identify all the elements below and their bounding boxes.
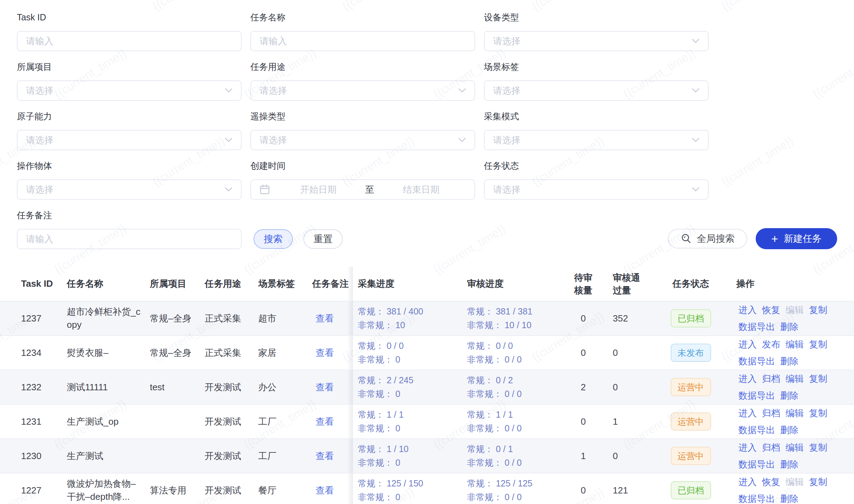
action-link[interactable]: 编辑	[786, 407, 804, 419]
view-remark-link[interactable]: 查看	[316, 484, 334, 497]
table-row: 1231 生产测试_op 开发测试 工厂 查看 常规： 1 / 1非常规： 0 …	[0, 404, 854, 438]
reset-button[interactable]: 重置	[303, 229, 343, 249]
action-link[interactable]: 删除	[780, 321, 799, 333]
create-time-range-picker[interactable]: 开始日期 至 结束日期	[250, 179, 475, 200]
action-link[interactable]: 复制	[809, 407, 827, 419]
task-id-input[interactable]	[17, 31, 242, 51]
cell-review-progress: 常规： 0 / 1非常规： 0 / 0	[462, 439, 564, 473]
action-link[interactable]: 数据导出	[738, 355, 775, 367]
calendar-icon	[260, 184, 270, 195]
action-link[interactable]: 进入	[738, 373, 757, 385]
cell-task-name: 生产测试	[67, 439, 150, 473]
project-select[interactable]: 请选择	[17, 80, 242, 101]
cell-task-id: 1230	[0, 439, 67, 473]
action-link[interactable]: 发布	[762, 338, 780, 350]
action-link[interactable]: 删除	[780, 355, 799, 367]
chevron-down-icon	[692, 187, 699, 192]
filter-actions-row: 任务备注 搜索 重置 全局搜索 + 新建任务	[0, 210, 854, 249]
task-status-select[interactable]: 请选择	[484, 179, 709, 200]
view-remark-link[interactable]: 查看	[316, 416, 334, 428]
atomic-ability-select[interactable]: 请选择	[17, 130, 242, 150]
cell-purpose: 开发测试	[205, 439, 258, 473]
action-link[interactable]: 归档	[762, 442, 780, 453]
table-row: 1232 测试11111 test 开发测试 办公 查看 常规： 2 / 245…	[0, 370, 854, 404]
action-link[interactable]: 编辑	[786, 442, 804, 453]
device-type-select[interactable]: 请选择	[484, 31, 709, 51]
action-link[interactable]: 恢复	[762, 304, 780, 316]
action-link[interactable]: 删除	[780, 424, 799, 436]
column-header-review-progress: 审核进度	[462, 267, 564, 301]
filter-field-purpose: 任务用途 请选择	[250, 61, 475, 101]
cell-collect-progress: 常规： 2 / 245非常规： 0	[353, 370, 462, 404]
action-link[interactable]: 编辑	[786, 338, 804, 350]
action-link[interactable]: 恢复	[762, 476, 780, 488]
target-object-select[interactable]: 请选择	[17, 179, 242, 200]
purpose-select[interactable]: 请选择	[250, 80, 475, 101]
cell-task-id: 1237	[0, 301, 67, 335]
cell-task-name: 超市冷鲜柜补货_copy	[67, 301, 150, 335]
end-date-input[interactable]: 结束日期	[376, 184, 466, 196]
cell-collect-progress: 常规： 1 / 10非常规： 0	[353, 439, 462, 473]
global-search-button[interactable]: 全局搜索	[668, 229, 747, 248]
action-link[interactable]: 删除	[780, 458, 799, 470]
action-link[interactable]: 复制	[809, 338, 827, 350]
column-header-actions: 操作	[731, 267, 854, 301]
task-remark-input-field[interactable]	[26, 234, 232, 245]
filter-field-task-name: 任务名称	[250, 12, 475, 51]
field-label: 任务用途	[250, 61, 475, 72]
status-badge: 已归档	[671, 481, 711, 499]
action-link[interactable]: 编辑	[786, 373, 804, 385]
scene-tag-select[interactable]: 请选择	[484, 80, 709, 101]
cell-review-progress: 常规： 1 / 1非常规： 0 / 0	[462, 405, 564, 438]
cell-project: 常规–全身	[150, 336, 205, 370]
action-link[interactable]: 删除	[780, 493, 799, 504]
field-label: 任务备注	[17, 210, 242, 220]
action-link[interactable]: 数据导出	[738, 321, 775, 333]
action-link[interactable]: 复制	[809, 476, 827, 488]
task-name-input[interactable]	[250, 31, 475, 51]
action-link[interactable]: 进入	[738, 442, 757, 453]
action-link[interactable]: 复制	[809, 304, 827, 316]
action-link[interactable]: 数据导出	[738, 424, 775, 436]
search-button[interactable]: 搜索	[254, 229, 293, 249]
view-remark-link[interactable]: 查看	[316, 450, 334, 462]
action-link[interactable]: 删除	[780, 390, 799, 402]
cell-purpose: 开发测试	[205, 473, 258, 504]
cell-pending-count: 0	[564, 301, 602, 335]
action-link[interactable]: 归档	[762, 407, 780, 419]
action-link[interactable]: 进入	[738, 304, 757, 316]
view-remark-link[interactable]: 查看	[316, 312, 334, 325]
cell-task-id: 1227	[0, 473, 67, 504]
cell-collect-progress: 常规： 125 / 150非常规： 0	[353, 473, 462, 504]
cell-approved-count: 352	[602, 301, 651, 335]
task-remark-input[interactable]	[17, 229, 242, 249]
new-task-button[interactable]: + 新建任务	[756, 228, 837, 249]
action-link[interactable]: 数据导出	[738, 493, 775, 504]
task-name-input-field[interactable]	[260, 36, 466, 47]
collect-mode-select[interactable]: 请选择	[484, 130, 709, 150]
action-link[interactable]: 进入	[738, 407, 757, 419]
action-link[interactable]: 数据导出	[738, 458, 775, 470]
start-date-input[interactable]: 开始日期	[274, 184, 363, 196]
cell-collect-progress: 常规： 0 / 0非常规： 0	[353, 336, 462, 370]
field-label: 创建时间	[250, 160, 475, 171]
action-link[interactable]: 归档	[762, 373, 780, 385]
action-link[interactable]: 进入	[738, 476, 757, 488]
cell-pending-count: 1	[564, 439, 602, 473]
action-link[interactable]: 进入	[738, 338, 757, 350]
teleop-type-select[interactable]: 请选择	[250, 130, 475, 150]
action-link[interactable]: 数据导出	[738, 390, 775, 402]
field-label: 任务状态	[484, 160, 709, 171]
action-link[interactable]: 复制	[809, 373, 827, 385]
field-label: 设备类型	[484, 12, 709, 22]
cell-actions: 进入发布编辑复制数据导出删除	[731, 336, 854, 370]
action-link: 编辑	[786, 304, 804, 316]
chevron-down-icon	[692, 138, 699, 142]
view-remark-link[interactable]: 查看	[316, 347, 334, 359]
task-id-input-field[interactable]	[26, 36, 232, 47]
action-link[interactable]: 复制	[809, 442, 827, 453]
view-remark-link[interactable]: 查看	[316, 381, 334, 393]
cell-purpose: 开发测试	[205, 405, 258, 438]
column-header-remark: 任务备注	[312, 267, 353, 301]
field-label: 采集模式	[484, 111, 709, 121]
